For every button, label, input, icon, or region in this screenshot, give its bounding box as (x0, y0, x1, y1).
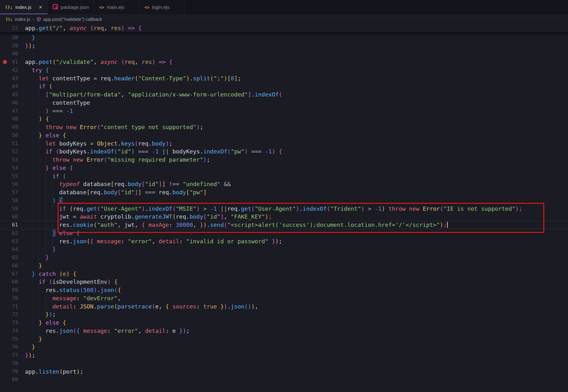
gutter[interactable]: 60 (0, 213, 25, 221)
code-line-44[interactable]: 44if ( (0, 82, 568, 90)
indent-guide (32, 164, 32, 172)
gutter[interactable]: 69 (0, 286, 25, 294)
gutter[interactable]: 79 (0, 368, 25, 376)
gutter[interactable]: 65 (0, 253, 25, 262)
gutter[interactable]: 39 (0, 42, 25, 50)
code-line-74[interactable]: 74res.json({ message: "error", detail: e… (0, 327, 568, 335)
gutter[interactable]: 75 (0, 335, 25, 343)
gutter[interactable]: 45 (0, 90, 25, 99)
gutter[interactable]: 50 (0, 131, 25, 140)
code-line-80[interactable]: 80 (0, 376, 568, 384)
gutter[interactable]: 46 (0, 99, 25, 107)
code-line-48[interactable]: 48) { (0, 115, 568, 123)
tab-package.json[interactable]: package.json (48, 0, 94, 14)
breadcrumb-file[interactable]: index.js (15, 17, 30, 22)
gutter[interactable]: 67 (0, 270, 25, 278)
code-line-38[interactable]: 38} (0, 34, 568, 42)
gutter[interactable]: 40 (0, 50, 25, 58)
code-line-50[interactable]: 50} else { (0, 131, 568, 140)
breakpoint-icon[interactable] (3, 60, 7, 64)
gutter[interactable]: 56 (0, 180, 25, 188)
tab-index.js[interactable]: ();index.js✕ (0, 0, 48, 14)
code-line-64[interactable]: 64} (0, 245, 568, 253)
code-line-42[interactable]: 42try { (0, 66, 568, 74)
gutter[interactable]: 58 (0, 196, 25, 205)
gutter[interactable]: 49 (0, 123, 25, 131)
code-line-55[interactable]: 55if ( (0, 172, 568, 180)
gutter[interactable]: 61 (0, 221, 25, 229)
code-line-62[interactable]: 62} else { (0, 229, 568, 237)
code-line-68[interactable]: 68if (isDevelopmentEnv) { (0, 278, 568, 286)
code-line-41[interactable]: 41app.post("/validate", async (req, res)… (0, 58, 568, 66)
code-line-60[interactable]: 60jwt = await cryptolib.generateJWT(req.… (0, 213, 568, 221)
code-line-57[interactable]: 57database[req.body["id"]] === req.body[… (0, 188, 568, 196)
code-line-79[interactable]: 79app.listen(port); (0, 368, 568, 376)
tab-login.ejs[interactable]: <>login.ejs (139, 0, 184, 14)
gutter[interactable]: 55 (0, 172, 25, 180)
code-line-66[interactable]: 66} (0, 262, 568, 270)
code-line-73[interactable]: 73} else { (0, 319, 568, 327)
gutter[interactable]: 53 (0, 156, 25, 164)
code-line-77[interactable]: 77}); (0, 351, 568, 359)
code-line-72[interactable]: 72}); (0, 310, 568, 319)
code-line-40[interactable]: 40 (0, 50, 568, 58)
gutter[interactable]: 64 (0, 245, 25, 253)
code-line-43[interactable]: 43let contentType = req.header("Content-… (0, 74, 568, 83)
gutter[interactable]: 57 (0, 188, 25, 196)
gutter[interactable]: 78 (0, 359, 25, 368)
code-line-69[interactable]: 69res.status(500).json({ (0, 286, 568, 294)
code-line-49[interactable]: 49throw new Error("content type not supp… (0, 123, 568, 131)
code-line-70[interactable]: 70message: "devError", (0, 294, 568, 302)
line-content: res.json({ message: "error", detail: e }… (25, 327, 568, 335)
gutter[interactable]: 80 (0, 376, 25, 384)
gutter[interactable]: 72 (0, 310, 25, 319)
gutter[interactable]: 38 (0, 34, 25, 42)
code-line-22[interactable]: 22app.get("/", async (req, res) => { (0, 24, 568, 32)
gutter[interactable]: 52 (0, 147, 25, 156)
code-line-47[interactable]: 47) === -1 (0, 107, 568, 115)
code-line-53[interactable]: 53throw new Error("missing required para… (0, 156, 568, 164)
code-line-71[interactable]: 71detail: JSON.parse(parsetrace(e, { sou… (0, 302, 568, 311)
gutter[interactable]: 41 (0, 58, 25, 66)
gutter[interactable]: 63 (0, 237, 25, 246)
sticky-scroll-line[interactable]: 22app.get("/", async (req, res) => { (0, 24, 568, 33)
code-line-76[interactable]: 76} (0, 343, 568, 351)
gutter[interactable]: 47 (0, 107, 25, 115)
gutter[interactable]: 77 (0, 351, 25, 359)
gutter[interactable]: 51 (0, 140, 25, 148)
gutter[interactable]: 22 (0, 24, 25, 32)
code-line-51[interactable]: 51let bodyKeys = Object.keys(req.body); (0, 140, 568, 148)
code-line-65[interactable]: 65} (0, 253, 568, 262)
gutter[interactable]: 73 (0, 319, 25, 327)
gutter[interactable]: 43 (0, 74, 25, 83)
gutter[interactable]: 76 (0, 343, 25, 351)
gutter[interactable]: 54 (0, 164, 25, 172)
code-line-46[interactable]: 46contentType (0, 99, 568, 107)
tab-main.ejs[interactable]: <>main.ejs (94, 0, 139, 14)
gutter[interactable]: 66 (0, 262, 25, 270)
code-line-75[interactable]: 75} (0, 335, 568, 343)
gutter[interactable]: 74 (0, 327, 25, 335)
gutter[interactable]: 71 (0, 302, 25, 311)
code-line-39[interactable]: 39}); (0, 42, 568, 50)
line-number: 70 (12, 294, 18, 302)
code-line-56[interactable]: 56typeof database[req.body["id"]] !== "u… (0, 180, 568, 188)
gutter[interactable]: 62 (0, 229, 25, 237)
code-line-61[interactable]: 61res.cookie("auth", jwt, { maxAge: 3000… (0, 221, 568, 229)
gutter[interactable]: 48 (0, 115, 25, 123)
code-line-59[interactable]: 59if (req.get("User-Agent").indexOf("MSI… (0, 205, 568, 213)
gutter[interactable]: 42 (0, 66, 25, 74)
close-tab-icon[interactable]: ✕ (39, 5, 42, 10)
code-line-78[interactable]: 78 (0, 359, 568, 368)
code-line-45[interactable]: 45["multipart/form-data", "application/x… (0, 90, 568, 99)
code-line-63[interactable]: 63res.json({ message: "error", detail: "… (0, 237, 568, 246)
breadcrumb-symbol[interactable]: app.post("/validate") callback (43, 17, 102, 22)
code-line-52[interactable]: 52if (bodyKeys.indexOf("id") === -1 || b… (0, 147, 568, 156)
gutter[interactable]: 44 (0, 82, 25, 90)
gutter[interactable]: 68 (0, 278, 25, 286)
code-line-54[interactable]: 54} else { (0, 164, 568, 172)
code-line-67[interactable]: 67} catch (e) { (0, 270, 568, 278)
gutter[interactable]: 70 (0, 294, 25, 302)
code-line-58[interactable]: 58) { (0, 196, 568, 205)
gutter[interactable]: 59 (0, 205, 25, 213)
